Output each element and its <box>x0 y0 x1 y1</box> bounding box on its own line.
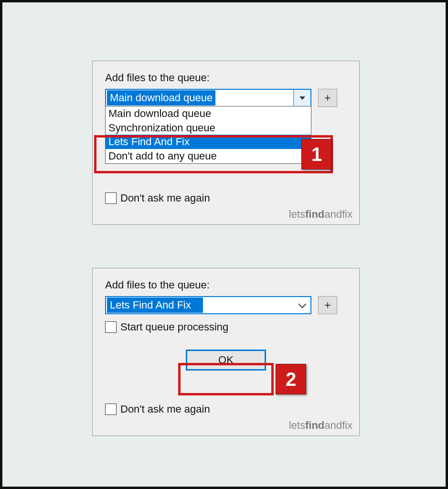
plus-icon: + <box>324 298 331 312</box>
add-queue-button[interactable]: + <box>318 296 337 314</box>
dont-ask-checkbox[interactable] <box>105 192 117 204</box>
dont-ask-row: Don't ask me again <box>105 192 210 204</box>
queue-dialog-closed: Add files to the queue: Lets Find And Fi… <box>92 268 360 436</box>
dont-ask-label: Don't ask me again <box>120 403 210 415</box>
combo-row: Lets Find And Fix + <box>105 296 347 314</box>
screenshot-canvas: Add files to the queue: Main download qu… <box>0 0 448 489</box>
ok-row: OK <box>105 350 347 371</box>
chevron-down-icon[interactable] <box>293 90 310 106</box>
dropdown-option-sync[interactable]: Synchronization queue <box>106 121 311 135</box>
watermark: letsfindandfix <box>289 208 352 221</box>
queue-dropdown-list[interactable]: Main download queue Synchronization queu… <box>105 106 311 164</box>
dropdown-option-letsfindandfix[interactable]: Lets Find And Fix <box>106 135 311 149</box>
queue-combobox-value: Lets Find And Fix <box>107 298 203 313</box>
plus-icon: + <box>324 91 331 105</box>
dropdown-option-none[interactable]: Don't add to any queue <box>106 149 311 163</box>
queue-label: Add files to the queue: <box>105 279 347 291</box>
queue-combobox[interactable]: Lets Find And Fix <box>105 296 311 314</box>
combo-row: Main download queue + <box>105 89 347 107</box>
start-queue-checkbox[interactable] <box>105 321 117 333</box>
ok-button[interactable]: OK <box>186 350 266 371</box>
queue-combobox-value: Main download queue <box>107 90 215 106</box>
queue-combobox[interactable]: Main download queue <box>105 89 311 107</box>
start-queue-row: Start queue processing <box>105 321 347 333</box>
add-queue-button[interactable]: + <box>318 89 337 107</box>
dont-ask-checkbox[interactable] <box>105 404 117 415</box>
dropdown-option-main[interactable]: Main download queue <box>106 106 311 121</box>
start-queue-label: Start queue processing <box>120 321 228 333</box>
dont-ask-row: Don't ask me again <box>105 403 210 415</box>
queue-label: Add files to the queue: <box>105 72 347 84</box>
watermark: letsfindandfix <box>289 419 352 432</box>
dont-ask-label: Don't ask me again <box>120 192 210 204</box>
chevron-down-icon[interactable] <box>293 297 310 313</box>
queue-dialog-open: Add files to the queue: Main download qu… <box>92 61 360 225</box>
